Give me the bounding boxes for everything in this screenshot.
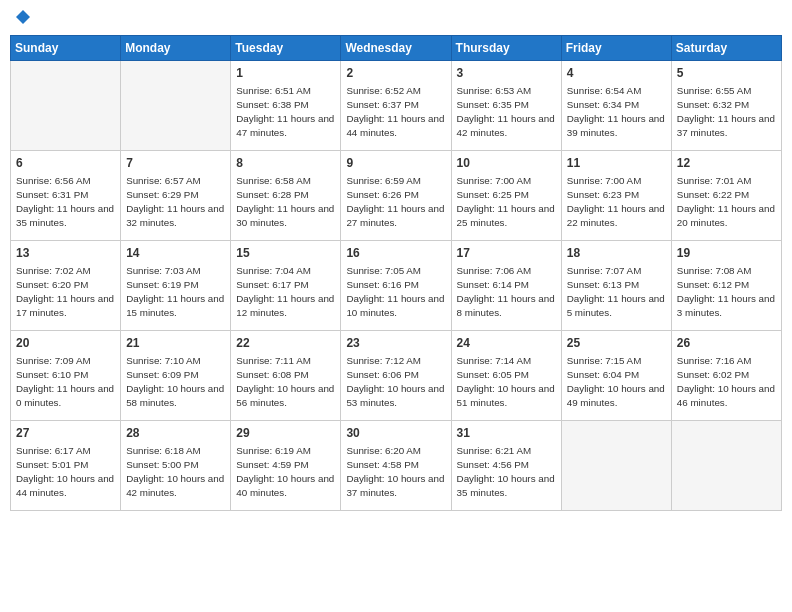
calendar-cell: 30Sunrise: 6:20 AMSunset: 4:58 PMDayligh…	[341, 421, 451, 511]
day-number: 26	[677, 335, 776, 352]
calendar-cell: 7Sunrise: 6:57 AMSunset: 6:29 PMDaylight…	[121, 151, 231, 241]
day-info: Sunrise: 7:11 AMSunset: 6:08 PMDaylight:…	[236, 354, 335, 411]
day-number: 6	[16, 155, 115, 172]
day-info: Sunrise: 6:20 AMSunset: 4:58 PMDaylight:…	[346, 444, 445, 501]
calendar-week-row: 6Sunrise: 6:56 AMSunset: 6:31 PMDaylight…	[11, 151, 782, 241]
calendar-cell: 6Sunrise: 6:56 AMSunset: 6:31 PMDaylight…	[11, 151, 121, 241]
day-number: 21	[126, 335, 225, 352]
day-number: 23	[346, 335, 445, 352]
day-number: 27	[16, 425, 115, 442]
day-info: Sunrise: 6:17 AMSunset: 5:01 PMDaylight:…	[16, 444, 115, 501]
day-info: Sunrise: 6:57 AMSunset: 6:29 PMDaylight:…	[126, 174, 225, 231]
calendar-cell: 28Sunrise: 6:18 AMSunset: 5:00 PMDayligh…	[121, 421, 231, 511]
day-info: Sunrise: 7:05 AMSunset: 6:16 PMDaylight:…	[346, 264, 445, 321]
calendar-cell: 5Sunrise: 6:55 AMSunset: 6:32 PMDaylight…	[671, 61, 781, 151]
calendar-cell: 3Sunrise: 6:53 AMSunset: 6:35 PMDaylight…	[451, 61, 561, 151]
calendar-cell	[671, 421, 781, 511]
calendar-week-row: 1Sunrise: 6:51 AMSunset: 6:38 PMDaylight…	[11, 61, 782, 151]
calendar-cell: 18Sunrise: 7:07 AMSunset: 6:13 PMDayligh…	[561, 241, 671, 331]
day-number: 10	[457, 155, 556, 172]
day-info: Sunrise: 7:09 AMSunset: 6:10 PMDaylight:…	[16, 354, 115, 411]
calendar-cell: 25Sunrise: 7:15 AMSunset: 6:04 PMDayligh…	[561, 331, 671, 421]
calendar-cell	[561, 421, 671, 511]
day-info: Sunrise: 6:19 AMSunset: 4:59 PMDaylight:…	[236, 444, 335, 501]
day-number: 29	[236, 425, 335, 442]
calendar-cell: 12Sunrise: 7:01 AMSunset: 6:22 PMDayligh…	[671, 151, 781, 241]
calendar-cell: 29Sunrise: 6:19 AMSunset: 4:59 PMDayligh…	[231, 421, 341, 511]
day-info: Sunrise: 6:58 AMSunset: 6:28 PMDaylight:…	[236, 174, 335, 231]
day-number: 28	[126, 425, 225, 442]
calendar-week-row: 27Sunrise: 6:17 AMSunset: 5:01 PMDayligh…	[11, 421, 782, 511]
day-info: Sunrise: 7:04 AMSunset: 6:17 PMDaylight:…	[236, 264, 335, 321]
calendar-cell: 17Sunrise: 7:06 AMSunset: 6:14 PMDayligh…	[451, 241, 561, 331]
day-number: 7	[126, 155, 225, 172]
calendar-cell: 13Sunrise: 7:02 AMSunset: 6:20 PMDayligh…	[11, 241, 121, 331]
day-info: Sunrise: 6:59 AMSunset: 6:26 PMDaylight:…	[346, 174, 445, 231]
calendar-cell: 27Sunrise: 6:17 AMSunset: 5:01 PMDayligh…	[11, 421, 121, 511]
day-number: 14	[126, 245, 225, 262]
day-info: Sunrise: 6:52 AMSunset: 6:37 PMDaylight:…	[346, 84, 445, 141]
svg-marker-0	[16, 10, 30, 24]
day-info: Sunrise: 7:16 AMSunset: 6:02 PMDaylight:…	[677, 354, 776, 411]
weekday-header-saturday: Saturday	[671, 36, 781, 61]
day-info: Sunrise: 6:54 AMSunset: 6:34 PMDaylight:…	[567, 84, 666, 141]
weekday-header-monday: Monday	[121, 36, 231, 61]
calendar-cell: 26Sunrise: 7:16 AMSunset: 6:02 PMDayligh…	[671, 331, 781, 421]
day-info: Sunrise: 7:10 AMSunset: 6:09 PMDaylight:…	[126, 354, 225, 411]
day-number: 5	[677, 65, 776, 82]
calendar-week-row: 13Sunrise: 7:02 AMSunset: 6:20 PMDayligh…	[11, 241, 782, 331]
day-info: Sunrise: 7:03 AMSunset: 6:19 PMDaylight:…	[126, 264, 225, 321]
calendar-cell	[121, 61, 231, 151]
day-number: 16	[346, 245, 445, 262]
day-number: 4	[567, 65, 666, 82]
day-info: Sunrise: 7:00 AMSunset: 6:25 PMDaylight:…	[457, 174, 556, 231]
day-number: 2	[346, 65, 445, 82]
day-number: 15	[236, 245, 335, 262]
calendar-week-row: 20Sunrise: 7:09 AMSunset: 6:10 PMDayligh…	[11, 331, 782, 421]
day-info: Sunrise: 7:00 AMSunset: 6:23 PMDaylight:…	[567, 174, 666, 231]
calendar-cell: 19Sunrise: 7:08 AMSunset: 6:12 PMDayligh…	[671, 241, 781, 331]
day-number: 24	[457, 335, 556, 352]
calendar-header-row: SundayMondayTuesdayWednesdayThursdayFrid…	[11, 36, 782, 61]
calendar-cell: 10Sunrise: 7:00 AMSunset: 6:25 PMDayligh…	[451, 151, 561, 241]
day-info: Sunrise: 6:21 AMSunset: 4:56 PMDaylight:…	[457, 444, 556, 501]
calendar-cell: 14Sunrise: 7:03 AMSunset: 6:19 PMDayligh…	[121, 241, 231, 331]
day-number: 8	[236, 155, 335, 172]
logo-diamond-icon	[16, 10, 30, 27]
page-header	[10, 10, 782, 27]
day-number: 31	[457, 425, 556, 442]
day-number: 25	[567, 335, 666, 352]
weekday-header-tuesday: Tuesday	[231, 36, 341, 61]
day-info: Sunrise: 7:01 AMSunset: 6:22 PMDaylight:…	[677, 174, 776, 231]
day-info: Sunrise: 7:12 AMSunset: 6:06 PMDaylight:…	[346, 354, 445, 411]
weekday-header-thursday: Thursday	[451, 36, 561, 61]
day-info: Sunrise: 6:18 AMSunset: 5:00 PMDaylight:…	[126, 444, 225, 501]
calendar-cell: 24Sunrise: 7:14 AMSunset: 6:05 PMDayligh…	[451, 331, 561, 421]
calendar-cell: 31Sunrise: 6:21 AMSunset: 4:56 PMDayligh…	[451, 421, 561, 511]
day-number: 18	[567, 245, 666, 262]
calendar-cell: 21Sunrise: 7:10 AMSunset: 6:09 PMDayligh…	[121, 331, 231, 421]
day-info: Sunrise: 6:53 AMSunset: 6:35 PMDaylight:…	[457, 84, 556, 141]
day-number: 3	[457, 65, 556, 82]
day-info: Sunrise: 7:06 AMSunset: 6:14 PMDaylight:…	[457, 264, 556, 321]
calendar-cell: 4Sunrise: 6:54 AMSunset: 6:34 PMDaylight…	[561, 61, 671, 151]
day-number: 11	[567, 155, 666, 172]
day-number: 22	[236, 335, 335, 352]
day-number: 1	[236, 65, 335, 82]
day-info: Sunrise: 6:51 AMSunset: 6:38 PMDaylight:…	[236, 84, 335, 141]
weekday-header-friday: Friday	[561, 36, 671, 61]
calendar-cell: 9Sunrise: 6:59 AMSunset: 6:26 PMDaylight…	[341, 151, 451, 241]
calendar-cell: 23Sunrise: 7:12 AMSunset: 6:06 PMDayligh…	[341, 331, 451, 421]
day-number: 13	[16, 245, 115, 262]
day-info: Sunrise: 6:56 AMSunset: 6:31 PMDaylight:…	[16, 174, 115, 231]
calendar-cell: 15Sunrise: 7:04 AMSunset: 6:17 PMDayligh…	[231, 241, 341, 331]
day-number: 17	[457, 245, 556, 262]
calendar-cell: 1Sunrise: 6:51 AMSunset: 6:38 PMDaylight…	[231, 61, 341, 151]
day-number: 12	[677, 155, 776, 172]
day-number: 19	[677, 245, 776, 262]
day-info: Sunrise: 7:15 AMSunset: 6:04 PMDaylight:…	[567, 354, 666, 411]
day-number: 20	[16, 335, 115, 352]
day-info: Sunrise: 7:07 AMSunset: 6:13 PMDaylight:…	[567, 264, 666, 321]
calendar-table: SundayMondayTuesdayWednesdayThursdayFrid…	[10, 35, 782, 511]
calendar-cell: 22Sunrise: 7:11 AMSunset: 6:08 PMDayligh…	[231, 331, 341, 421]
